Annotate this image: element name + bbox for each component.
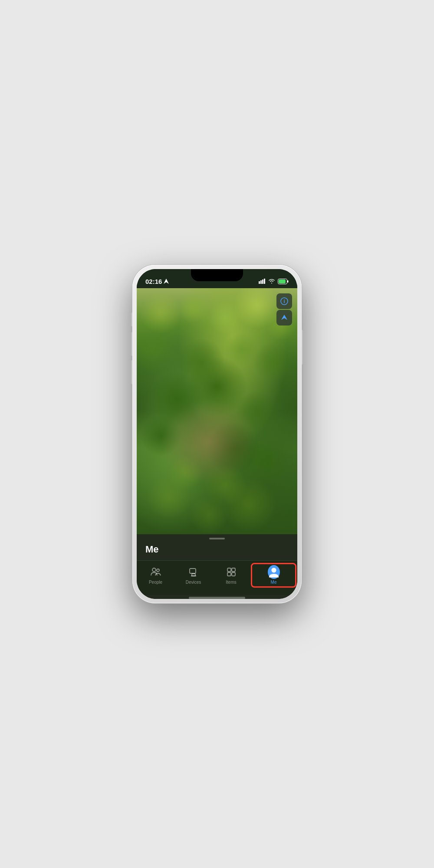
time-display: 02:16 xyxy=(145,278,162,285)
location-arrow-map-icon xyxy=(280,314,288,322)
svg-rect-13 xyxy=(190,569,196,573)
items-tab-label: Items xyxy=(226,580,236,585)
drag-handle[interactable] xyxy=(209,538,225,539)
svg-marker-0 xyxy=(164,279,169,284)
svg-rect-4 xyxy=(264,279,265,284)
phone-screen: 02:16 xyxy=(137,269,297,599)
home-indicator xyxy=(189,597,245,599)
svg-point-20 xyxy=(271,568,276,572)
map-view[interactable]: i xyxy=(137,288,297,534)
svg-point-12 xyxy=(157,569,159,572)
me-person-icon xyxy=(268,566,280,578)
svg-rect-6 xyxy=(279,279,286,283)
svg-rect-7 xyxy=(287,280,289,283)
people-tab-label: People xyxy=(149,580,162,585)
bottom-panel: Me Pe xyxy=(137,534,297,599)
signal-icon xyxy=(259,279,266,284)
devices-tab-label: Devices xyxy=(186,580,201,585)
me-tab-label: Me xyxy=(271,580,277,585)
me-icon xyxy=(268,566,280,578)
map-background xyxy=(137,288,297,534)
svg-rect-2 xyxy=(260,280,262,284)
people-icon xyxy=(150,566,162,578)
battery-icon xyxy=(278,279,289,284)
tab-bar: People Devices xyxy=(137,560,297,595)
svg-text:i: i xyxy=(283,299,285,304)
map-controls: i xyxy=(276,293,292,326)
svg-rect-3 xyxy=(262,279,263,284)
tab-people[interactable]: People xyxy=(137,564,174,586)
tab-devices[interactable]: Devices xyxy=(174,564,212,586)
wifi-icon xyxy=(268,279,275,284)
notch xyxy=(191,269,243,281)
panel-title: Me xyxy=(137,544,297,560)
phone-frame: 02:16 xyxy=(132,265,302,603)
tab-me[interactable]: Me xyxy=(251,563,296,588)
svg-rect-19 xyxy=(232,572,235,576)
svg-marker-10 xyxy=(281,315,287,320)
svg-rect-18 xyxy=(227,572,231,576)
tab-items[interactable]: Items xyxy=(212,564,250,586)
me-avatar-circle xyxy=(268,565,280,579)
status-icons xyxy=(259,279,289,284)
svg-rect-1 xyxy=(259,281,260,284)
info-icon: i xyxy=(280,297,288,305)
info-button[interactable]: i xyxy=(276,293,292,309)
location-arrow-icon xyxy=(164,279,169,284)
items-icon xyxy=(225,566,237,578)
svg-rect-16 xyxy=(227,568,231,572)
devices-icon xyxy=(187,566,200,578)
location-button[interactable] xyxy=(276,310,292,326)
svg-rect-17 xyxy=(232,568,235,572)
status-time: 02:16 xyxy=(145,278,169,285)
app-screen: 02:16 xyxy=(137,269,297,599)
svg-point-11 xyxy=(152,568,156,572)
